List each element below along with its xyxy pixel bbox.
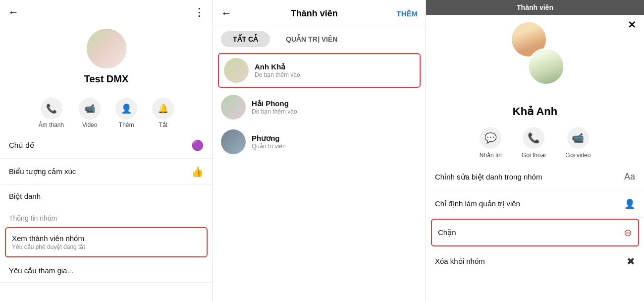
bieu-tuong-item[interactable]: Biểu tượng cảm xúc 👍 <box>0 159 213 185</box>
person-icon: 👤 <box>624 198 635 209</box>
bell-icon: 🔔 <box>152 98 174 120</box>
member-sub-hai-phong: Do bạn thêm vào <box>252 108 297 115</box>
member-phuong[interactable]: Phương Quản trị viên <box>213 124 426 159</box>
section-header: Thông tin nhóm <box>0 208 213 225</box>
video-call-icon: 📹 <box>567 127 589 149</box>
remove-label: Xóa khỏi nhóm <box>435 257 485 266</box>
panel3-title: Thành viên <box>517 3 553 11</box>
back-button[interactable]: ← <box>8 6 19 19</box>
block-icon: ⊖ <box>624 227 632 239</box>
biet-danh-label: Biệt danh <box>9 192 41 201</box>
panel3-menu: Chỉnh sửa biệt danh trong nhóm Aa Chỉ đị… <box>426 164 644 301</box>
tab-admin[interactable]: QUẢN TRỊ VIÊN <box>274 31 349 47</box>
video-call-label: Gọi video <box>565 152 590 159</box>
add-member-button[interactable]: 👤 Thêm <box>115 98 137 128</box>
audio-label: Âm thanh <box>39 121 64 128</box>
chu-de-label: Chủ đề <box>9 141 34 150</box>
action3-buttons-row: 💬 Nhắn tin 📞 Gọi thoại 📹 Gọi video <box>426 122 644 164</box>
bieu-tuong-label: Biểu tượng cảm xúc <box>9 167 76 176</box>
profile3-avatar-composite <box>503 21 567 85</box>
assign-admin-label: Chỉ định làm quản trị viên <box>435 199 520 208</box>
tab-all[interactable]: TẤT CẢ <box>221 31 270 47</box>
add-person-icon: 👤 <box>115 98 137 120</box>
panel2-header: ← Thành viên THÊM <box>213 0 426 27</box>
panel1-header: ← ⋮ <box>0 0 213 25</box>
action-buttons-row: 📞 Âm thanh 📹 Video 👤 Thêm 🔔 Tắt <box>0 93 213 132</box>
panel-group-info: ← ⋮ Test DMX 📞 Âm thanh 📹 Video 👤 Thêm 🔔… <box>0 0 213 301</box>
voice-call-icon: 📞 <box>523 127 544 149</box>
view-members-title: Xem thành viên nhóm <box>12 234 201 242</box>
member-name-phuong: Phương <box>252 134 286 143</box>
block-label: Chặn <box>438 228 456 237</box>
member-sub-anh-kha: Do bạn thêm vào <box>255 71 300 78</box>
member-anh-kha[interactable]: Anh Khả Do bạn thêm vào <box>218 53 421 88</box>
view-members-sub: Yêu cầu phê duyệt đang tắt <box>12 243 201 250</box>
panel2-back-button[interactable]: ← <box>221 7 232 20</box>
message-icon: 💬 <box>480 127 501 149</box>
video-icon: 📹 <box>79 98 101 120</box>
edit-nickname-label: Chỉnh sửa biệt danh trong nhóm <box>435 173 542 181</box>
avatar <box>87 29 126 68</box>
add-label: Thêm <box>119 121 134 128</box>
panel2-title: Thành viên <box>291 8 338 19</box>
audio-call-button[interactable]: 📞 Âm thanh <box>39 98 64 128</box>
member-name-anh-kha: Anh Khả <box>255 62 300 71</box>
member-info-anh-kha: Anh Khả Do bạn thêm vào <box>255 62 300 78</box>
voice-call-button[interactable]: 📞 Gọi thoại <box>522 127 546 159</box>
more-options-button[interactable]: ⋮ <box>194 6 205 19</box>
assign-admin-item[interactable]: Chỉ định làm quản trị viên 👤 <box>426 190 644 218</box>
text-aa-icon: Aa <box>624 172 635 182</box>
mute-button[interactable]: 🔔 Tắt <box>152 98 174 128</box>
member-info-phuong: Phương Quản trị viên <box>252 134 286 150</box>
video-call-button[interactable]: 📹 Video <box>79 98 101 128</box>
biet-danh-item[interactable]: Biệt danh <box>0 185 213 208</box>
message-label: Nhắn tin <box>480 152 502 159</box>
panel3-header-bar: Thành viên <box>426 0 644 15</box>
member-hai-phong[interactable]: Hải Phong Do bạn thêm vào <box>213 90 426 124</box>
members-list: Anh Khả Do bạn thêm vào Hải Phong Do bạn… <box>213 51 426 301</box>
thumbs-up-icon: 👍 <box>191 166 204 178</box>
yeu-cau-item[interactable]: Yêu cầu tham gia... <box>0 259 213 283</box>
member-avatar-phuong <box>221 129 246 154</box>
member-avatar-hai-phong <box>221 95 246 120</box>
yeu-cau-label: Yêu cầu tham gia... <box>9 266 73 275</box>
add-member-them-button[interactable]: THÊM <box>396 9 418 18</box>
close-button[interactable]: ✕ <box>628 19 636 31</box>
chu-de-item[interactable]: Chủ đề 🟣 <box>0 132 213 159</box>
member-sub-phuong: Quản trị viên <box>252 143 286 150</box>
member-name-hai-phong: Hải Phong <box>252 99 297 108</box>
group-name: Test DMX <box>84 73 129 85</box>
video-call-button[interactable]: 📹 Gọi video <box>565 127 590 159</box>
video-label: Video <box>82 121 97 128</box>
voice-call-label: Gọi thoại <box>522 152 546 159</box>
phone-icon: 📞 <box>41 98 62 120</box>
remove-icon: ✖ <box>627 255 635 267</box>
view-members-button[interactable]: Xem thành viên nhóm Yêu cầu phê duyệt đa… <box>5 227 208 257</box>
panel-member-detail: Thành viên ✕ Khả Anh 💬 Nhắn tin 📞 Gọi th… <box>426 0 644 301</box>
woman-avatar <box>528 48 565 85</box>
panel-members-list: ← Thành viên THÊM TẤT CẢ QUẢN TRỊ VIÊN A… <box>213 0 426 301</box>
profile-section: Test DMX <box>0 25 213 93</box>
member-info-hai-phong: Hải Phong Do bạn thêm vào <box>252 99 297 115</box>
purple-circle-icon: 🟣 <box>191 139 204 151</box>
message-button[interactable]: 💬 Nhắn tin <box>480 127 502 159</box>
edit-nickname-item[interactable]: Chỉnh sửa biệt danh trong nhóm Aa <box>426 164 644 190</box>
profile3-name: Khả Anh <box>513 105 557 118</box>
tab-bar: TẤT CẢ QUẢN TRỊ VIÊN <box>213 27 426 51</box>
block-item[interactable]: Chặn ⊖ <box>431 219 639 246</box>
remove-from-group-item[interactable]: Xóa khỏi nhóm ✖ <box>426 247 644 275</box>
mute-label: Tắt <box>159 121 167 128</box>
profile3-section: Khả Anh <box>426 15 644 122</box>
member-avatar-anh-kha <box>224 58 249 83</box>
